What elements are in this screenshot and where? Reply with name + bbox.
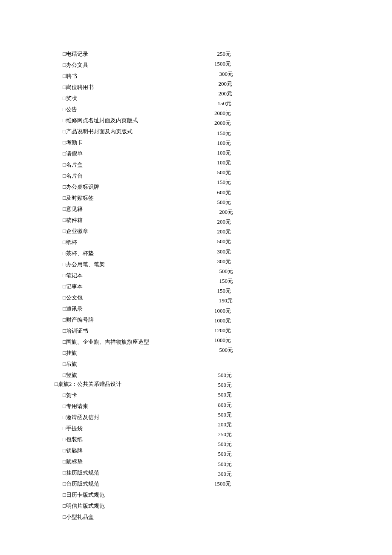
item-label: 办公用笔、笔架 [66, 261, 105, 267]
checkbox-icon: □ [63, 173, 66, 179]
list-item: □挂旗 [63, 349, 77, 357]
checkbox-icon: □ [63, 480, 66, 487]
item-label: 维修网点名址封面及内页版式 [66, 117, 138, 124]
item-label: 台历版式规范 [66, 480, 99, 487]
price-value: 300元 [219, 70, 233, 78]
price-value: 1000元 [214, 307, 231, 315]
list-item: □公文包 [63, 294, 83, 302]
checkbox-icon: □ [63, 139, 66, 146]
list-item: □考勤卡 [63, 139, 83, 147]
item-label: 手提袋 [66, 425, 83, 431]
checkbox-icon: □ [63, 403, 66, 409]
price-value: 150元 [217, 287, 231, 295]
price-value: 500元 [219, 346, 233, 354]
list-item: □产品说明书封面及内页版式 [63, 128, 133, 135]
list-item: □办公用笔、笔架 [63, 261, 105, 268]
checkbox-icon: □ [63, 328, 66, 334]
price-value: 500元 [218, 381, 232, 389]
item-label: 办公文具 [66, 62, 88, 68]
list-item: □邀请函及信封 [63, 414, 99, 421]
checkbox-icon: □ [63, 161, 66, 168]
list-item: □日历卡版式规范 [63, 491, 105, 499]
item-label: 笔记本 [66, 272, 83, 279]
list-item: □企业徽章 [63, 227, 88, 235]
checkbox-icon: □ [63, 436, 66, 443]
price-value: 2000元 [214, 109, 231, 117]
list-item: □笔记本 [63, 272, 83, 279]
checkbox-icon: □ [63, 228, 66, 234]
checkbox-icon: □ [63, 128, 66, 135]
item-label: 日历卡版式规范 [66, 492, 105, 498]
item-label: 挂旗 [66, 350, 77, 356]
list-item: □台历版式规范 [63, 480, 99, 488]
item-label: 公告 [66, 106, 77, 112]
price-value: 250元 [218, 431, 232, 438]
item-label: 及时贴标签 [66, 195, 94, 201]
checkbox-icon: □ [63, 184, 66, 190]
price-value: 1000元 [214, 336, 231, 344]
price-value: 250元 [217, 50, 231, 58]
checkbox-icon: □ [63, 492, 66, 498]
item-label: 通讯录 [66, 305, 83, 312]
checkbox-icon: □ [63, 150, 66, 157]
item-label: 企业徽章 [66, 228, 88, 234]
list-item: □及时贴标签 [63, 194, 94, 202]
list-item: □维修网点名址封面及内页版式 [63, 117, 138, 124]
item-label: 培训证书 [66, 328, 88, 334]
price-value: 200元 [219, 80, 233, 88]
price-value: 150元 [219, 297, 233, 305]
item-label: 鼠标垫 [66, 458, 83, 465]
price-value: 500元 [218, 391, 232, 399]
checkbox-icon: □ [63, 283, 66, 290]
list-item: □纸杯 [63, 239, 77, 246]
list-item: □岗位聘用书 [63, 83, 94, 91]
item-label: 贺卡 [66, 392, 77, 398]
checkbox-icon: □ [63, 447, 66, 454]
checkbox-icon: □ [63, 425, 66, 431]
item-label: 桌旗2：公共关系赠品设计 [58, 381, 122, 387]
price-value: 300元 [217, 258, 231, 265]
price-value: 200元 [219, 208, 233, 216]
checkbox-icon: □ [63, 414, 66, 420]
price-value: 1500元 [214, 60, 231, 68]
item-label: 请假单 [66, 150, 83, 157]
checkbox-icon: □ [63, 458, 66, 465]
price-value: 500元 [218, 440, 232, 448]
item-label: 竖旗 [66, 372, 77, 378]
list-item: □明信片版式规范 [63, 502, 105, 510]
checkbox-icon: □ [63, 392, 66, 398]
list-item: □聘书 [63, 72, 77, 80]
checkbox-icon: □ [63, 372, 66, 378]
item-label: 岗位聘用书 [66, 84, 94, 90]
price-value: 500元 [217, 238, 231, 245]
checkbox-icon: □ [63, 117, 66, 124]
list-item: □包装纸 [63, 436, 83, 443]
price-value: 600元 [217, 189, 231, 196]
list-item: □通讯录 [63, 305, 83, 313]
checkbox-icon: □ [63, 294, 66, 301]
checkbox-icon: □ [63, 350, 66, 356]
item-label: 明信片版式规范 [66, 503, 105, 509]
item-label: 办公桌标识牌 [66, 184, 99, 190]
price-value: 500元 [217, 169, 231, 176]
list-item: □茶杯、杯垫 [63, 250, 94, 257]
item-label: 包装纸 [66, 436, 83, 443]
price-value: 1200元 [214, 327, 231, 334]
list-item: □手提袋 [63, 425, 83, 432]
list-item: □鼠标垫 [63, 458, 83, 466]
price-value: 100元 [217, 159, 231, 167]
list-item: □贺卡 [63, 391, 77, 399]
item-label: 小型礼品盒 [66, 514, 94, 520]
checkbox-icon: □ [63, 339, 66, 345]
list-item: □培训证书 [63, 327, 88, 335]
price-value: 500元 [218, 450, 232, 458]
item-label: 吊旗 [66, 361, 77, 367]
price-value: 150元 [217, 129, 231, 137]
checkbox-icon: □ [63, 73, 66, 79]
price-value: 300元 [217, 248, 231, 256]
item-label: 名片台 [66, 173, 83, 179]
item-label: 纸杯 [66, 239, 77, 245]
item-label: 茶杯、杯垫 [66, 250, 94, 256]
item-label: 电话记录 [66, 51, 88, 57]
checkbox-icon: □ [63, 206, 66, 212]
